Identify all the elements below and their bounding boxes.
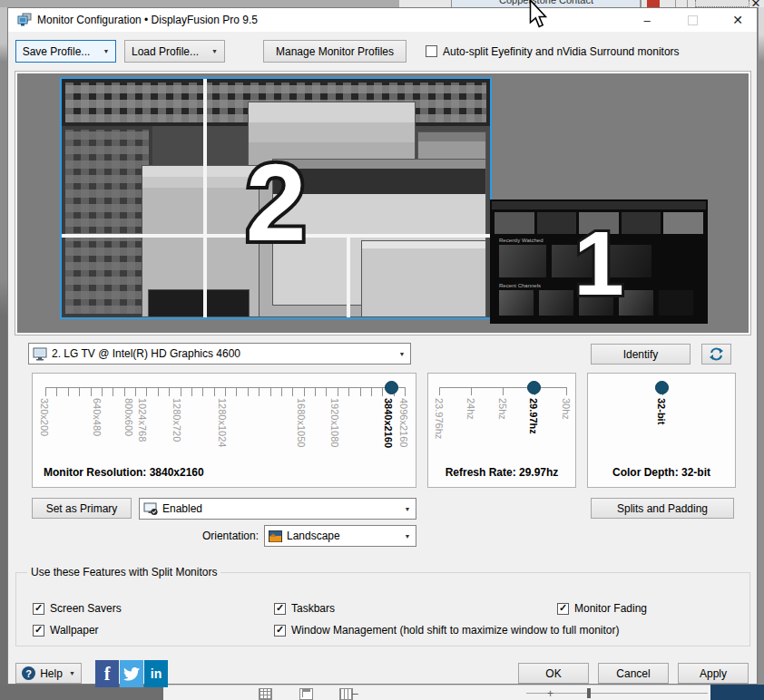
zoom-slider-handle[interactable] — [587, 688, 591, 698]
help-label: Help — [40, 667, 63, 680]
landscape-icon — [269, 530, 282, 542]
save-profile-button[interactable]: Save Profile... ▼ — [15, 40, 116, 63]
refresh-slider-thumb[interactable] — [527, 381, 541, 394]
set-as-primary-label: Set as Primary — [46, 502, 118, 515]
orientation-label: Orientation: — [135, 530, 259, 542]
mouse-cursor — [524, 0, 548, 31]
svg-text:1: 1 — [573, 212, 624, 314]
svg-text:2: 2 — [246, 141, 307, 263]
monitor-fading-label: Monitor Fading — [574, 602, 647, 615]
monitor-1-preview[interactable]: Recently Watched Recent Channels 1 — [490, 199, 708, 324]
refresh-tick-label: 25hz — [497, 398, 508, 420]
screen-savers-checkbox[interactable]: ✓ — [33, 603, 44, 615]
resolution-tick-label: 640x480 — [92, 398, 103, 436]
feature-screen-savers[interactable]: ✓ Screen Savers — [33, 602, 122, 615]
load-profile-button[interactable]: Load Profile... ▼ — [124, 40, 225, 63]
orientation-dropdown[interactable]: Landscape ▼ — [264, 525, 416, 547]
view-page-button[interactable] — [299, 688, 313, 700]
close-button[interactable]: ✕ — [723, 8, 752, 32]
load-profile-label: Load Profile... — [132, 45, 199, 58]
background-strip-right — [759, 7, 764, 685]
window-title: Monitor Configuration • DisplayFusion Pr… — [37, 14, 258, 26]
displayfusion-icon — [17, 13, 33, 31]
resolution-tick-label: 1280x720 — [171, 398, 182, 442]
enabled-dropdown[interactable]: Enabled ▼ — [139, 498, 416, 520]
cancel-label: Cancel — [616, 667, 650, 680]
background-close-icon[interactable]: ✕ — [748, 0, 764, 7]
refresh-rate-summary: Refresh Rate: 29.97hz — [428, 466, 575, 479]
identify-label: Identify — [623, 348, 659, 361]
window-management-checkbox[interactable]: ✓ — [274, 625, 286, 637]
monitor-1-number: 1 — [492, 201, 706, 322]
view-grid-button[interactable] — [259, 688, 272, 700]
chevron-down-icon: ▼ — [399, 506, 416, 512]
taskbars-checkbox[interactable]: ✓ — [274, 603, 286, 615]
chevron-down-icon: ▼ — [399, 533, 416, 540]
taskbars-label: Taskbars — [291, 602, 335, 615]
monitor-select-dropdown[interactable]: 2. LG TV @ Intel(R) HD Graphics 4600 ▼ — [28, 343, 411, 365]
swap-monitors-button[interactable] — [701, 344, 731, 365]
resolution-panel: 320x200 640x480 800x600 1024x768 1280x72… — [32, 373, 416, 488]
monitor-enabled-icon — [143, 502, 158, 516]
apply-button[interactable]: Apply — [678, 663, 749, 684]
resolution-slider-track[interactable] — [45, 387, 406, 396]
feature-wallpaper[interactable]: ✓ Wallpaper — [33, 624, 99, 637]
group-title: Use these Features with Split Monitors — [27, 566, 220, 578]
background-statusbar: – + 100% — [163, 685, 710, 700]
twitter-icon[interactable] — [120, 660, 143, 687]
ok-button[interactable]: OK — [518, 663, 589, 684]
color-depth-summary: Color Depth: 32-bit — [588, 466, 735, 479]
resolution-tick-label: 1024x768 — [137, 398, 148, 442]
facebook-icon[interactable]: f — [95, 660, 119, 687]
help-button[interactable]: ? Help ▼ — [15, 663, 82, 684]
monitor-fading-checkbox[interactable]: ✓ — [557, 603, 569, 615]
color-depth-tick-label-selected: 32-bit — [656, 398, 667, 424]
apply-label: Apply — [700, 667, 727, 680]
resolution-tick-label: 320x200 — [39, 398, 50, 436]
color-depth-panel: 32-bit Color Depth: 32-bit — [587, 373, 736, 488]
zoom-out-icon[interactable]: – — [352, 687, 358, 700]
set-as-primary-button[interactable]: Set as Primary — [32, 498, 132, 519]
cancel-button[interactable]: Cancel — [598, 663, 669, 684]
monitor-select-value: 2. LG TV @ Intel(R) HD Graphics 4600 — [52, 347, 240, 360]
maximize-icon — [688, 15, 698, 25]
minimize-button[interactable]: – — [632, 8, 661, 32]
maximize-button[interactable] — [678, 8, 707, 32]
autosplit-checkbox[interactable] — [426, 45, 437, 57]
refresh-tick-label: 23.976hz — [434, 398, 445, 439]
feature-taskbars[interactable]: ✓ Taskbars — [274, 602, 335, 615]
splits-and-padding-label: Splits and Padding — [617, 502, 708, 515]
monitor-2-preview[interactable]: 2 — [60, 77, 492, 319]
color-depth-slider-thumb[interactable] — [655, 381, 669, 394]
wallpaper-checkbox[interactable]: ✓ — [33, 625, 44, 637]
background-focused-button[interactable] — [695, 0, 749, 7]
zoom-in-icon[interactable]: + — [547, 687, 553, 700]
view-columns-button[interactable] — [339, 688, 353, 700]
separator — [640, 0, 641, 7]
resolution-slider-thumb[interactable] — [385, 381, 398, 394]
feature-window-management[interactable]: ✓ Window Management (hold shift to maxim… — [274, 624, 619, 637]
linkedin-icon[interactable]: in — [144, 660, 168, 687]
titlebar[interactable]: Monitor Configuration • DisplayFusion Pr… — [8, 8, 757, 32]
ok-label: OK — [545, 667, 561, 680]
refresh-tick-label: 30hz — [561, 398, 572, 420]
manage-monitor-profiles-label: Manage Monitor Profiles — [276, 45, 394, 58]
chevron-down-icon: ▼ — [394, 351, 410, 357]
background-window-blue — [710, 685, 764, 700]
monitor-icon — [33, 347, 47, 361]
split-monitor-features-group: Use these Features with Split Monitors ✓… — [15, 572, 750, 647]
save-profile-label: Save Profile... — [23, 45, 91, 58]
identify-button[interactable]: Identify — [591, 344, 691, 365]
chevron-down-icon: ▼ — [103, 48, 109, 54]
chevron-down-icon: ▼ — [211, 48, 218, 54]
background-strip-left — [0, 7, 7, 685]
splits-and-padding-button[interactable]: Splits and Padding — [591, 498, 734, 519]
resolution-tick-label: 1920x1080 — [329, 398, 340, 447]
background-red-button[interactable] — [647, 0, 660, 7]
feature-monitor-fading[interactable]: ✓ Monitor Fading — [557, 602, 647, 615]
monitor-2-number: 2 — [62, 79, 490, 317]
resolution-tick-label: 800x600 — [123, 398, 134, 436]
orientation-value: Landscape — [287, 530, 340, 542]
manage-monitor-profiles-button[interactable]: Manage Monitor Profiles — [263, 40, 406, 63]
resolution-tick-label: 4096x2160 — [398, 398, 409, 447]
